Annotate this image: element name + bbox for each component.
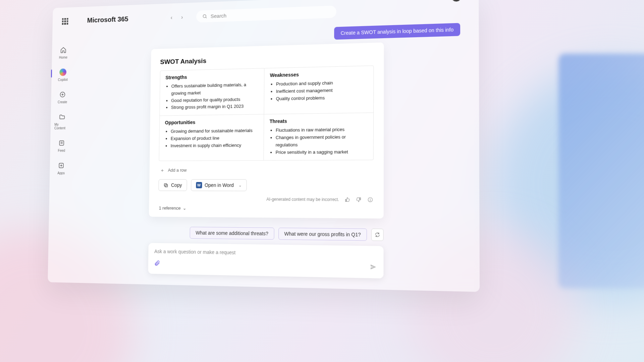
swot-list-strengths: Offers sustainable building materials, a… xyxy=(165,81,259,112)
thumbs-down-icon[interactable] xyxy=(356,196,362,203)
list-item: Price sensitivity in a sagging market xyxy=(275,148,367,156)
sidebar-item-label: Feed xyxy=(58,149,65,153)
attach-icon[interactable] xyxy=(154,260,160,268)
swot-cell-opportunities: Opportunities Growing demand for sustain… xyxy=(159,115,264,161)
plus-icon: + xyxy=(160,167,165,173)
suggestion-row: What are some additional threats? What w… xyxy=(149,227,384,241)
app-window: ⋯ — ▢ ✕ Microsoft 365 ‹ › Search xyxy=(48,0,480,292)
folder-icon xyxy=(58,113,66,121)
sidebar-item-home[interactable]: Home xyxy=(56,46,71,60)
list-item: Strong gross profit margin in Q1 2023 xyxy=(171,103,259,112)
references-toggle[interactable]: 1 reference ⌄ xyxy=(159,205,374,212)
swot-list-threats: Fluctuations in raw material pricesChang… xyxy=(269,126,368,156)
list-item: Quality control problems xyxy=(276,94,368,103)
copilot-icon xyxy=(59,68,67,76)
search-input[interactable]: Search xyxy=(196,6,336,23)
plus-circle-icon xyxy=(58,90,67,99)
report-icon[interactable] xyxy=(367,196,373,203)
copy-label: Copy xyxy=(171,182,182,188)
swot-heading: Weaknesses xyxy=(270,70,368,78)
add-row-button[interactable]: + Add a row xyxy=(159,164,374,176)
list-item: Changes in government policies or regula… xyxy=(276,133,368,149)
sidebar-item-label: Apps xyxy=(57,171,65,175)
swot-list-weaknesses: Production and supply chainInefficient c… xyxy=(270,79,368,103)
svg-point-0 xyxy=(203,14,206,17)
nav-arrows: ‹ › xyxy=(167,12,186,22)
list-item: Offers sustainable building materials, a… xyxy=(171,81,259,97)
list-item: Growing demand for sustainable materials xyxy=(171,127,258,135)
svg-rect-5 xyxy=(59,141,64,145)
sidebar-item-create[interactable]: Create xyxy=(55,90,70,104)
swot-heading: Strengths xyxy=(165,73,259,80)
sidebar-item-label: Create xyxy=(58,100,67,104)
swot-cell-strengths: Strengths Offers sustainable building ma… xyxy=(160,68,264,116)
main-content: Create a SWOT analysis in loop based on … xyxy=(70,16,480,292)
search-placeholder: Search xyxy=(211,13,227,19)
more-icon[interactable]: ⋯ xyxy=(439,0,446,1)
open-in-word-button[interactable]: W Open in Word ⌄ xyxy=(191,179,247,191)
svg-rect-11 xyxy=(165,184,167,187)
avatar[interactable] xyxy=(451,0,462,2)
sidebar-item-copilot[interactable]: Copilot xyxy=(55,68,71,82)
svg-line-1 xyxy=(206,17,207,18)
response-card: SWOT Analysis Strengths Offers sustainab… xyxy=(149,43,384,219)
list-item: Expansion of product line xyxy=(171,134,258,142)
sidebar-item-label: My Content xyxy=(54,123,69,130)
svg-rect-12 xyxy=(164,184,167,186)
swot-list-opportunities: Growing demand for sustainable materials… xyxy=(165,127,258,149)
response-actions: Copy W Open in Word ⌄ xyxy=(158,179,373,192)
sidebar-item-apps[interactable]: Apps xyxy=(53,161,69,175)
refresh-suggestions-button[interactable] xyxy=(371,229,384,241)
ai-disclaimer: AI-generated content may be incorrect. xyxy=(266,197,339,202)
response-footer: AI-generated content may be incorrect. xyxy=(158,196,374,203)
response-title: SWOT Analysis xyxy=(160,53,374,66)
swot-table: Strengths Offers sustainable building ma… xyxy=(159,65,374,161)
references-label: 1 reference xyxy=(159,205,181,211)
sidebar-item-label: Copilot xyxy=(58,78,68,82)
app-launcher-icon[interactable] xyxy=(62,18,68,24)
feed-icon xyxy=(57,139,66,147)
brand-label: Microsoft 365 xyxy=(87,15,128,24)
thumbs-up-icon[interactable] xyxy=(344,196,351,203)
send-icon[interactable] xyxy=(370,263,377,273)
refresh-icon xyxy=(375,232,380,238)
swot-heading: Opportunities xyxy=(165,119,258,125)
svg-point-15 xyxy=(370,201,370,201)
home-icon xyxy=(59,46,67,54)
swot-cell-weaknesses: Weaknesses Production and supply chainIn… xyxy=(264,66,373,114)
list-item: Investment in supply chain efficiency xyxy=(170,142,258,149)
swot-heading: Threats xyxy=(270,117,368,124)
prompt-input[interactable]: Ask a work question or make a request xyxy=(148,243,384,279)
forward-button[interactable]: › xyxy=(178,12,186,21)
chevron-down-icon: ⌄ xyxy=(238,183,241,188)
back-button[interactable]: ‹ xyxy=(167,13,176,22)
sidebar-item-feed[interactable]: Feed xyxy=(54,139,69,153)
copy-icon xyxy=(163,183,168,188)
search-icon xyxy=(202,14,207,19)
swot-cell-threats: Threats Fluctuations in raw material pri… xyxy=(264,113,373,161)
sidebar-item-label: Home xyxy=(59,56,67,60)
list-item: Fluctuations in raw material prices xyxy=(276,126,368,134)
prompt-placeholder: Ask a work question or make a request xyxy=(154,249,377,258)
suggestion-chip[interactable]: What are some additional threats? xyxy=(190,227,274,240)
copy-button[interactable]: Copy xyxy=(158,179,187,191)
sidebar-item-mycontent[interactable]: My Content xyxy=(54,113,70,130)
suggestion-chip[interactable]: What were our gross profits in Q1? xyxy=(278,228,367,241)
add-row-label: Add a row xyxy=(168,168,187,173)
user-prompt-bubble: Create a SWOT analysis in loop based on … xyxy=(334,23,461,40)
open-in-word-label: Open in Word xyxy=(205,182,234,188)
chevron-down-icon: ⌄ xyxy=(182,206,186,211)
word-icon: W xyxy=(196,182,202,188)
apps-icon xyxy=(57,161,65,170)
